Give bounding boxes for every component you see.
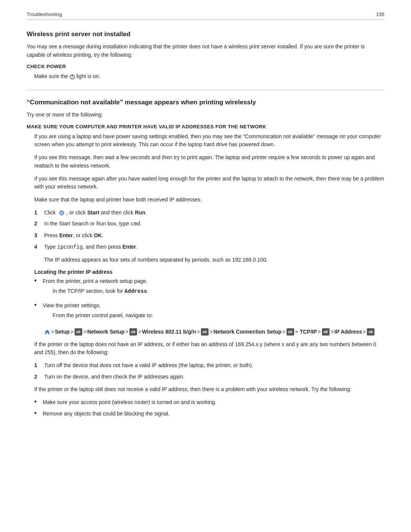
- para1: If you are using a laptop and have power…: [34, 133, 384, 149]
- ok-badge-6: ok: [367, 328, 374, 335]
- still-no-ip-text: If the printer or the laptop still does …: [34, 385, 384, 394]
- svg-rect-6: [62, 213, 63, 214]
- tcp-ip-note: In the TCP/IP section, look for Address.: [53, 287, 148, 296]
- nav-network-setup: Network Setup: [87, 328, 124, 337]
- section1-title: Wireless print server not installed: [27, 30, 384, 38]
- locating-bullets: • From the printer, print a network setu…: [34, 277, 384, 323]
- locating-bullet-1: • From the printer, print a network setu…: [34, 277, 384, 299]
- section1-intro: You may see a message during installatio…: [27, 43, 384, 59]
- step-2: 2 In the Start Search or Run box, type c…: [34, 220, 384, 228]
- nav-network-connection-setup: Network Connection Setup: [213, 328, 282, 337]
- page-number: 156: [376, 11, 384, 17]
- section2-title: “Communication not available” message ap…: [27, 99, 384, 106]
- svg-point-2: [59, 210, 64, 215]
- final-bullet-1: • Make sure your access point (wireless …: [34, 398, 384, 407]
- nav-path: > Setup > ok > Network Setup > ok > Wire…: [44, 328, 384, 337]
- svg-rect-4: [62, 211, 63, 212]
- no-ip-text: If the printer or the laptop does not ha…: [34, 340, 384, 357]
- svg-rect-3: [61, 211, 62, 212]
- para4: Make sure that the laptop and printer ha…: [34, 196, 384, 204]
- locating-heading: Locating the printer IP address: [34, 269, 384, 275]
- ip-addresses-heading: Make sure your computer and printer have…: [27, 124, 384, 129]
- nav-setup: Setup: [55, 328, 70, 337]
- no-ip-step-2: 2 Turn on the device, and then check the…: [34, 373, 384, 381]
- para3: If you see this message again after you …: [34, 175, 384, 191]
- para2: If you see this message, then wait a few…: [34, 153, 384, 170]
- windows-icon: [59, 210, 64, 216]
- step-4: 4 Type ipconfig, and then press Enter.: [34, 243, 384, 252]
- header-bar: Troubleshooting 156: [27, 11, 384, 20]
- nav-tcpip: TCP/IP: [300, 328, 317, 337]
- ip-note: The IP address appears as four sets of n…: [44, 256, 384, 264]
- check-power-heading: Check power: [27, 64, 384, 69]
- locating-bullet-2: • View the printer settings. From the pr…: [34, 302, 384, 323]
- power-icon: [70, 74, 75, 80]
- no-ip-steps-list: 1 Turn off the device that does not have…: [34, 361, 384, 381]
- ok-badge-5: ok: [322, 328, 330, 335]
- section-wireless-print-server: Wireless print server not installed You …: [27, 30, 384, 81]
- svg-rect-5: [61, 213, 62, 214]
- home-icon: [44, 329, 50, 335]
- ok-badge-3: ok: [201, 328, 209, 335]
- final-bullets-list: • Make sure your access point (wireless …: [34, 398, 384, 418]
- printer-control-panel-note: From the printer control panel, navigate…: [53, 312, 153, 320]
- page: Troubleshooting 156 Wireless print serve…: [0, 0, 411, 532]
- ok-badge-4: ok: [287, 328, 294, 335]
- steps-list: 1 Click , or click Start and then click …: [34, 209, 384, 252]
- step-1: 1 Click , or click Start and then click …: [34, 209, 384, 217]
- check-power-text: Make sure the light is on.: [34, 72, 384, 81]
- ok-badge-1: ok: [75, 328, 82, 335]
- section-title: Troubleshooting: [27, 11, 62, 17]
- check-power-content: Make sure the light is on.: [34, 72, 384, 81]
- ip-section-content: If you are using a laptop and have power…: [34, 133, 384, 418]
- ok-badge-2: ok: [129, 328, 137, 335]
- section2-intro: Try one or more of the following:: [27, 111, 384, 119]
- nav-wireless: Wireless 802.11 b/g/n: [142, 328, 196, 337]
- no-ip-step-1: 1 Turn off the device that does not have…: [34, 361, 384, 370]
- section-divider: [27, 90, 384, 90]
- nav-ip-address: IP Address: [335, 328, 362, 337]
- final-bullet-2: • Remove any objects that could be block…: [34, 410, 384, 418]
- step-3: 3 Press Enter, or click OK.: [34, 232, 384, 240]
- section-comm-not-available: “Communication not available” message ap…: [27, 99, 384, 418]
